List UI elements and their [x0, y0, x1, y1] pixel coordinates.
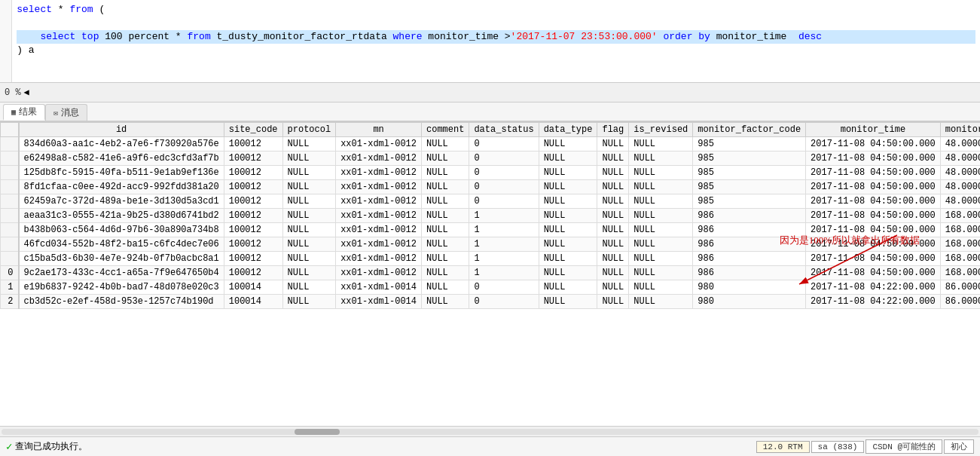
sql-line-2: [17, 17, 975, 30]
col-mn: mn: [336, 123, 422, 137]
cell-mn: xx01-xdml-0012: [336, 209, 422, 223]
cell-monitor_factor_code: 986: [693, 209, 806, 223]
cell-comment: NULL: [422, 137, 469, 151]
cell-num: [1, 223, 19, 237]
cell-flag: NULL: [597, 252, 629, 266]
status-right: 12.0 RTM sa (838) CSDN @可能性的 初心: [755, 439, 974, 454]
table-row: aeaa31c3-0555-421a-9b25-d380d6741bd21000…: [1, 209, 981, 223]
cell-protocol: NULL: [282, 223, 336, 237]
cell-data_type: NULL: [539, 280, 597, 295]
cell-mn: xx01-xdml-0012: [336, 237, 422, 252]
cell-site_code: 100014: [224, 295, 282, 309]
status-rtm: 12.0 RTM: [756, 441, 810, 453]
cell-data_type: NULL: [539, 252, 597, 266]
cell-monitor_value: 168.000000: [940, 223, 980, 237]
cell-site_code: 100012: [224, 223, 282, 237]
cell-flag: NULL: [597, 295, 629, 309]
cell-data_status: 0: [469, 166, 539, 180]
cell-comment: NULL: [422, 180, 469, 194]
sql-line-1: select * from (: [17, 3, 975, 17]
cell-monitor_value: 86.000000: [940, 295, 980, 309]
col-site_code: site_code: [224, 123, 282, 137]
cell-num: [1, 252, 19, 266]
cell-monitor_time: 2017-11-08 04:50:00.000: [806, 166, 941, 180]
cell-monitor_factor_code: 985: [693, 137, 806, 151]
results-area[interactable]: 因为是100%所以就拿出所有数据 id site_code protocol: [0, 122, 980, 426]
cell-data_status: 1: [469, 223, 539, 237]
cell-site_code: 100014: [224, 280, 282, 295]
table-row: c15ba5d3-6b30-4e7e-924b-0f7b0acbc8a11000…: [1, 252, 981, 266]
cell-is_revised: NULL: [629, 166, 693, 180]
status-user: sa (838): [811, 441, 865, 453]
cell-monitor_factor_code: 986: [693, 252, 806, 266]
toolbar-bar: 0 % ◀: [0, 83, 980, 103]
tab-messages[interactable]: ✉ 消息: [45, 104, 87, 121]
cell-monitor_time: 2017-11-08 04:50:00.000: [806, 252, 941, 266]
cell-monitor_time: 2017-11-08 04:50:00.000: [806, 151, 941, 166]
cell-data_type: NULL: [539, 166, 597, 180]
cell-monitor_value: 48.000000: [940, 137, 980, 151]
sql-editor: select * from ( select top 100 percent *…: [0, 0, 980, 83]
table-row: 2cb3d52c-e2ef-458d-953e-1257c74b190d1000…: [1, 295, 981, 309]
cell-data_type: NULL: [539, 194, 597, 209]
cell-flag: NULL: [597, 151, 629, 166]
cell-data_status: 1: [469, 252, 539, 266]
cell-data_type: NULL: [539, 223, 597, 237]
line-numbers: [0, 0, 12, 82]
cell-protocol: NULL: [282, 280, 336, 295]
cell-data_status: 0: [469, 295, 539, 309]
scrollbar-track[interactable]: [2, 429, 978, 435]
cell-comment: NULL: [422, 166, 469, 180]
cell-monitor_value: 168.000000: [940, 252, 980, 266]
cell-id: 62459a7c-372d-489a-be1e-3d130d5a3cd1: [19, 194, 224, 209]
col-monitor_time: monitor_time: [806, 123, 941, 137]
cell-flag: NULL: [597, 194, 629, 209]
scrollbar-thumb[interactable]: [295, 429, 340, 435]
cell-mn: xx01-xdml-0012: [336, 223, 422, 237]
cell-monitor_value: 168.000000: [940, 266, 980, 280]
cell-num: 0: [1, 266, 19, 280]
cell-id: 834d60a3-aa1c-4eb2-a7e6-f730920a576e: [19, 137, 224, 151]
cell-num: [1, 237, 19, 252]
cell-monitor_time: 2017-11-08 04:50:00.000: [806, 237, 941, 252]
cell-data_status: 1: [469, 266, 539, 280]
cell-protocol: NULL: [282, 166, 336, 180]
h-scrollbar[interactable]: [0, 426, 980, 436]
table-row: b438b063-c564-4d6d-97b6-30a890a734b81000…: [1, 223, 981, 237]
cell-protocol: NULL: [282, 137, 336, 151]
cell-id: 125db8fc-5915-40fa-b511-9e1ab9ef136e: [19, 166, 224, 180]
cell-monitor_factor_code: 985: [693, 166, 806, 180]
cell-num: [1, 166, 19, 180]
cell-num: [1, 151, 19, 166]
col-rownum: [1, 123, 19, 137]
status-text: 查询已成功执行。: [15, 440, 87, 453]
cell-flag: NULL: [597, 223, 629, 237]
cell-num: [1, 194, 19, 209]
cell-monitor_value: 86.000000: [940, 280, 980, 295]
sql-line-3: select top 100 percent * from t_dusty_mo…: [17, 30, 975, 44]
cell-comment: NULL: [422, 295, 469, 309]
cell-monitor_value: 48.000000: [940, 151, 980, 166]
tab-results[interactable]: ▦ 结果: [3, 104, 45, 121]
cell-mn: xx01-xdml-0012: [336, 252, 422, 266]
cell-is_revised: NULL: [629, 223, 693, 237]
cell-data_type: NULL: [539, 295, 597, 309]
sql-content[interactable]: select * from ( select top 100 percent *…: [12, 0, 980, 82]
table-row: 46fcd034-552b-48f2-ba15-c6fc4dec7e061000…: [1, 237, 981, 252]
cell-monitor_factor_code: 980: [693, 280, 806, 295]
cell-id: cb3d52c-e2ef-458d-953e-1257c74b190d: [19, 295, 224, 309]
cell-protocol: NULL: [282, 237, 336, 252]
cell-protocol: NULL: [282, 151, 336, 166]
cell-mn: xx01-xdml-0012: [336, 180, 422, 194]
cell-protocol: NULL: [282, 209, 336, 223]
cell-is_revised: NULL: [629, 280, 693, 295]
cell-id: aeaa31c3-0555-421a-9b25-d380d6741bd2: [19, 209, 224, 223]
cell-monitor_time: 2017-11-08 04:50:00.000: [806, 209, 941, 223]
col-flag: flag: [597, 123, 629, 137]
cell-num: [1, 180, 19, 194]
cell-monitor_time: 2017-11-08 04:50:00.000: [806, 266, 941, 280]
cell-mn: xx01-xdml-0012: [336, 166, 422, 180]
cell-is_revised: NULL: [629, 151, 693, 166]
cell-is_revised: NULL: [629, 237, 693, 252]
cell-site_code: 100012: [224, 237, 282, 252]
